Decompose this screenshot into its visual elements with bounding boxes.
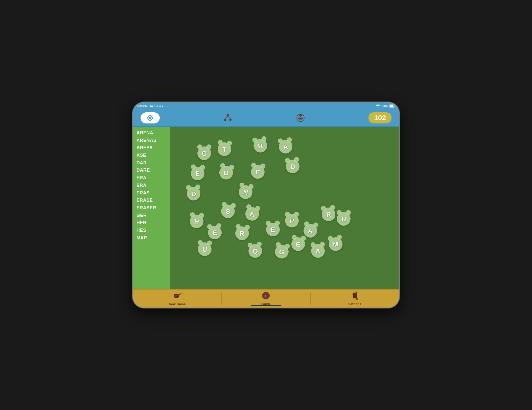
device-frame: 3:05 PM Wed Jun 7 100% <box>133 102 399 308</box>
status-left: 3:05 PM Wed Jun 7 <box>137 105 163 108</box>
score-value: 102 <box>374 114 386 122</box>
svg-point-28 <box>175 295 176 296</box>
letter-tile-D-7[interactable]: D <box>283 156 303 176</box>
svg-rect-1 <box>390 105 394 107</box>
letter-tile-S-10[interactable]: S <box>218 201 238 221</box>
letter-tile-N-9[interactable]: N <box>235 182 256 202</box>
letter-tile-M-25[interactable]: M <box>325 234 346 254</box>
battery-icon <box>389 105 395 108</box>
letter-tile-R-14[interactable]: R <box>232 223 252 243</box>
svg-line-23 <box>179 293 181 295</box>
letter-tile-Q-21[interactable]: Q <box>245 241 265 261</box>
svg-line-18 <box>228 116 230 119</box>
word-item-8: ERAS <box>136 189 167 197</box>
home-indicator <box>251 305 281 306</box>
status-time: 3:05 PM <box>137 105 148 108</box>
svg-point-16 <box>229 119 232 121</box>
letter-tile-E-6[interactable]: E <box>248 162 267 181</box>
guide-icon: i <box>262 291 270 302</box>
word-list: ARENA ARENAS AREPA ASE DAR DARE ERA ERA … <box>133 127 170 289</box>
word-item-14: MAP <box>136 234 167 242</box>
word-item-4: DAR <box>136 159 167 167</box>
word-item-0: ARENA <box>136 129 167 137</box>
letter-tile-E-23[interactable]: E <box>288 234 308 254</box>
word-item-7: ERA <box>136 182 167 189</box>
status-date: Wed Jun 7 <box>150 105 164 108</box>
score-badge: 102 <box>368 112 391 123</box>
svg-point-19 <box>299 114 302 117</box>
svg-point-15 <box>224 119 226 121</box>
status-battery: 100% <box>381 105 388 108</box>
svg-point-26 <box>176 295 177 296</box>
new-game-icon <box>173 291 181 302</box>
letter-tile-U-19[interactable]: U <box>335 210 353 228</box>
share-button[interactable] <box>223 113 232 122</box>
word-item-13: HES <box>136 227 167 234</box>
letter-tile-A-24[interactable]: A <box>308 241 327 260</box>
status-bar: 3:05 PM Wed Jun 7 100% <box>133 102 399 110</box>
svg-point-14 <box>227 114 229 116</box>
svg-point-24 <box>175 296 176 297</box>
status-right: 100% <box>376 105 395 108</box>
snowflake-icon <box>147 114 154 121</box>
letter-tile-D-8[interactable]: D <box>184 184 203 203</box>
letter-tile-E-4[interactable]: E <box>188 164 207 183</box>
word-item-11: GER <box>136 212 167 219</box>
letter-tile-U-20[interactable]: U <box>195 240 214 258</box>
wifi-icon <box>376 105 380 108</box>
tab-guide[interactable]: i Guide <box>222 291 310 306</box>
svg-point-31 <box>356 298 358 300</box>
word-item-12: HER <box>136 219 167 227</box>
letter-tile-R-2[interactable]: R <box>250 135 271 156</box>
letter-tile-C-0[interactable]: C <box>195 144 213 162</box>
letter-tile-T-1[interactable]: T <box>215 139 234 159</box>
letter-tile-A-3[interactable]: A <box>275 136 296 157</box>
letter-tile-E-13[interactable]: E <box>205 222 225 242</box>
snowflake-button[interactable] <box>141 112 160 123</box>
main-content: ARENA ARENAS AREPA ASE DAR DARE ERA ERA … <box>133 127 399 289</box>
svg-point-27 <box>177 295 178 296</box>
tab-settings-label: Settings <box>348 302 361 306</box>
tab-new-game[interactable]: New Game <box>133 291 221 306</box>
tab-settings[interactable]: Settings <box>311 291 399 306</box>
svg-rect-20 <box>299 118 302 120</box>
word-item-9: ERASE <box>136 197 167 204</box>
svg-line-17 <box>225 116 228 119</box>
letter-tile-E-15[interactable]: E <box>264 220 282 239</box>
settings-icon <box>351 291 359 302</box>
svg-text:i: i <box>265 293 267 298</box>
letter-tile-H-12[interactable]: H <box>187 212 206 231</box>
trophy-button[interactable] <box>296 113 305 122</box>
word-item-1: ARENAS <box>136 137 167 144</box>
svg-point-25 <box>176 296 177 297</box>
word-item-10: ERASER <box>136 204 167 212</box>
toolbar: 102 <box>133 110 399 127</box>
word-item-3: ASE <box>136 152 167 159</box>
word-item-6: ERA <box>136 174 167 182</box>
word-item-2: AREPA <box>136 144 167 152</box>
letter-tile-P-16[interactable]: P <box>283 211 301 230</box>
letter-tile-O-5[interactable]: O <box>216 162 237 183</box>
svg-point-22 <box>174 294 179 298</box>
game-board: C T R A <box>170 127 399 289</box>
letter-tile-A-11[interactable]: A <box>242 203 263 224</box>
word-item-5: DARE <box>136 167 167 174</box>
tab-new-game-label: New Game <box>169 302 186 306</box>
